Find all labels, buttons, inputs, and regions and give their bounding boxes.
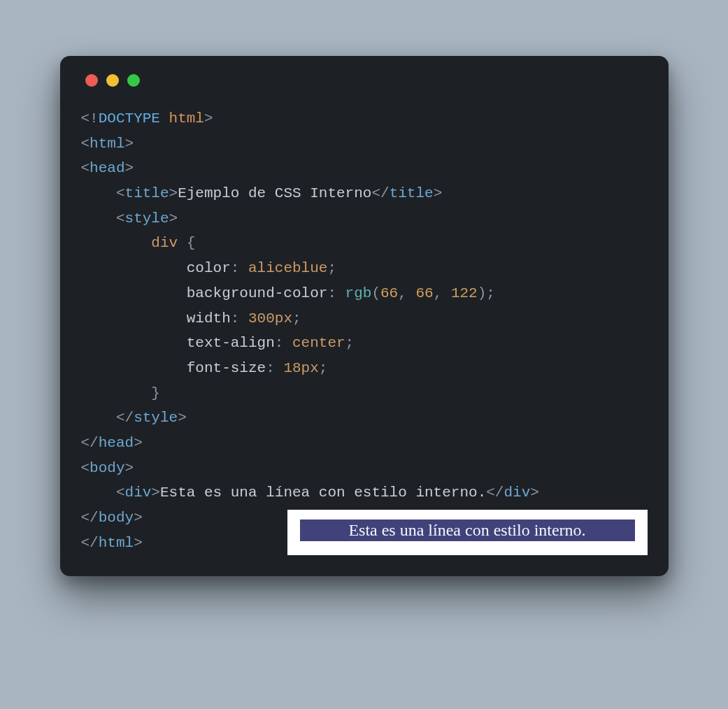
preview-styled-div: Esta es una línea con estilo interno. — [300, 520, 635, 541]
maximize-icon[interactable] — [127, 74, 140, 87]
token-prop-font: font-size — [187, 360, 266, 376]
token-num-r: 66 — [380, 285, 398, 301]
token-tag-html-open: html — [90, 136, 124, 152]
token-tag-style-open: style — [125, 210, 169, 227]
token-prop-width: width — [187, 310, 231, 327]
token-num-b: 122 — [451, 285, 478, 301]
token-val-width: 300px — [248, 310, 292, 327]
close-icon[interactable] — [85, 74, 98, 87]
token-prop-color: color — [187, 260, 231, 276]
token-tag-body-open: body — [90, 460, 124, 476]
token-func-rgb: rgb — [345, 285, 372, 301]
token-tag-style-close: style — [134, 410, 178, 426]
token-title-text: Ejemplo de CSS Interno — [178, 185, 371, 201]
token-tag-title-open: title — [125, 185, 169, 201]
token-tag-head-close: head — [99, 435, 134, 451]
token-brace-open: { — [187, 235, 196, 251]
token-html-attr: html — [169, 110, 204, 127]
token-prop-align: text-align — [187, 335, 275, 351]
token-div-text: Esta es una línea con estilo interno. — [160, 485, 486, 501]
token-selector: div — [151, 235, 178, 251]
minimize-icon[interactable] — [106, 74, 119, 87]
token-tag-body-close: body — [99, 510, 134, 526]
token-brace-close: } — [151, 385, 160, 401]
token-val-align: center — [292, 335, 345, 351]
code-block[interactable]: <!DOCTYPE html> <html> <head> <title>Eje… — [81, 106, 648, 555]
render-preview: Esta es una línea con estilo interno. — [287, 510, 648, 555]
token-tag-head-open: head — [90, 160, 124, 176]
token-val-color: aliceblue — [248, 260, 327, 276]
token-prop-bg: background-color — [187, 285, 328, 301]
code-window: <!DOCTYPE html> <html> <head> <title>Eje… — [60, 56, 669, 576]
token-val-font: 18px — [283, 360, 318, 376]
token-doctype: DOCTYPE — [99, 110, 160, 127]
window-traffic-lights — [81, 74, 648, 87]
token-tag-title-close: title — [390, 185, 434, 201]
token-tag-div-open: div — [125, 485, 152, 501]
token-tag-html-close: html — [99, 535, 134, 551]
token-num-g: 66 — [415, 285, 433, 301]
token-tag-div-close: div — [504, 485, 530, 501]
